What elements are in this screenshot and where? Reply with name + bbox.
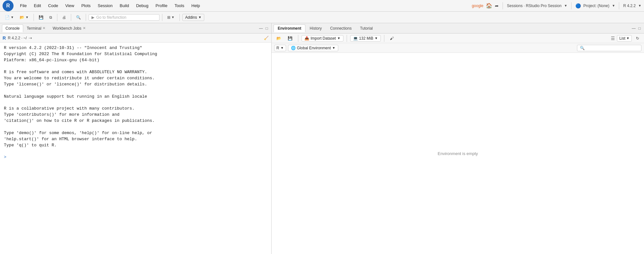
clear-console-icon[interactable]: 🧹	[264, 36, 269, 40]
console-line-11: R is a collaborative project with many c…	[4, 106, 267, 112]
main-toolbar: 📄 ▼ 📂 ▼ 💾 ⧉ 🖨 🔍 ▶ Go to file/function ⊞ …	[0, 12, 644, 23]
refresh-icon: ↻	[636, 36, 639, 41]
maximize-right-button[interactable]: □	[637, 26, 642, 31]
refresh-button[interactable]: ↻	[634, 35, 641, 42]
minimize-right-button[interactable]: —	[631, 26, 636, 31]
globe-icon: 🌐	[291, 46, 296, 50]
toolbar-divider-6	[179, 14, 180, 21]
import-dataset-icon: 📥	[304, 36, 309, 41]
console-line-8	[4, 88, 267, 94]
tab-terminal[interactable]: Terminal ✕	[23, 24, 49, 32]
tab-connections[interactable]: Connections	[326, 24, 356, 32]
load-workspace-button[interactable]: 📂	[274, 35, 284, 42]
menu-edit[interactable]: Edit	[31, 2, 44, 9]
menu-file[interactable]: File	[17, 2, 30, 9]
env-empty-message: Environment is empty	[438, 151, 478, 156]
tab-connections-label: Connections	[330, 26, 352, 31]
tab-environment-label: Environment	[278, 26, 301, 31]
console-line-10	[4, 100, 267, 106]
tab-terminal-close[interactable]: ✕	[43, 26, 45, 30]
console-version-path: R 4.2.2 · ~/	[8, 36, 27, 40]
r-lang-chevron: ▼	[281, 46, 284, 50]
right-toolbar-div2	[347, 35, 347, 42]
menu-plots[interactable]: Plots	[78, 2, 94, 9]
tab-tutorial-label: Tutorial	[360, 26, 373, 31]
goto-file-function[interactable]: ▶ Go to file/function	[89, 14, 159, 21]
sessions-label[interactable]: Sessions · RStudio Pro Session	[507, 4, 561, 8]
sessions-chevron[interactable]: ▼	[564, 4, 567, 7]
right-tab-bar: Environment History Connections Tutorial…	[272, 23, 644, 34]
console-line-18	[4, 148, 267, 154]
tab-tutorial[interactable]: Tutorial	[356, 24, 377, 32]
menu-help[interactable]: Help	[188, 2, 203, 9]
save-icon: 💾	[39, 15, 43, 20]
console-content[interactable]: R version 4.2.2 (2022-10-31) -- "Innocen…	[0, 43, 271, 254]
load-workspace-icon: 📂	[276, 36, 281, 41]
import-dataset-chevron: ▼	[337, 36, 341, 40]
find-button[interactable]: 🔍	[74, 14, 83, 21]
addins-button[interactable]: Addins ▼	[182, 14, 205, 21]
menu-view[interactable]: View	[62, 2, 77, 9]
menu-profile[interactable]: Profile	[152, 2, 171, 9]
memory-label: 132 MiB	[359, 36, 373, 41]
right-panel: Environment History Connections Tutorial…	[272, 23, 644, 254]
main-area: Console Terminal ✕ Workbench Jobs ✕ — □ …	[0, 23, 644, 254]
menubar-right: google 🏠 ➦ Sessions · RStudio Pro Sessio…	[472, 2, 641, 9]
console-prompt-line[interactable]: >	[4, 154, 267, 161]
goto-placeholder-text: Go to file/function	[96, 15, 126, 20]
project-chevron[interactable]: ▼	[612, 4, 615, 7]
grid-view-button[interactable]: ⊞ ▼	[165, 14, 177, 21]
menu-build[interactable]: Build	[117, 2, 132, 9]
brush-button[interactable]: 🖌	[388, 35, 396, 42]
console-line-4	[4, 64, 267, 70]
r-version-label[interactable]: R 4.2.2	[623, 4, 636, 8]
console-line-5: R is free software and comes with ABSOLU…	[4, 69, 267, 75]
maximize-left-button[interactable]: □	[264, 26, 269, 31]
list-label: List	[619, 36, 625, 41]
print-button[interactable]: 🖨	[60, 14, 68, 21]
tab-workbench-close[interactable]: ✕	[83, 26, 86, 30]
console-cursor	[9, 155, 12, 160]
tab-environment[interactable]: Environment	[274, 24, 305, 32]
save-button[interactable]: 💾	[36, 14, 46, 21]
menu-tools[interactable]: Tools	[171, 2, 187, 9]
console-line-12: Type 'contributors()' for more informati…	[4, 112, 267, 118]
console-line-17: Type 'q()' to quit R.	[4, 142, 267, 149]
toolbar-divider-3	[71, 14, 71, 21]
new-file-button[interactable]: 📄 ▼	[3, 14, 16, 21]
tab-workbench-label: Workbench Jobs	[53, 26, 81, 31]
global-env-button[interactable]: 🌐 Global Environment ▼	[288, 45, 338, 51]
save-all-button[interactable]: ⧉	[47, 14, 54, 21]
console-line-1: R version 4.2.2 (2022-10-31) -- "Innocen…	[4, 45, 267, 51]
menu-session[interactable]: Session	[94, 2, 116, 9]
menu-items: File Edit Code View Plots Session Build …	[17, 2, 472, 9]
left-panel-controls: — □	[258, 26, 269, 31]
tab-history[interactable]: History	[305, 24, 326, 32]
r-version-chevron[interactable]: ▼	[638, 4, 641, 7]
menu-code[interactable]: Code	[45, 2, 61, 9]
share-icon: ➦	[495, 3, 499, 8]
console-header: R R 4.2.2 · ~/ ⇢ 🧹	[0, 34, 271, 43]
r-language-selector[interactable]: R ▼	[274, 45, 286, 51]
env-search-input[interactable]	[577, 45, 641, 51]
console-line-6: You are welcome to redistribute it under…	[4, 75, 267, 82]
menu-debug[interactable]: Debug	[133, 2, 151, 9]
memory-chevron: ▼	[375, 36, 378, 40]
google-label: google	[472, 4, 483, 8]
list-button[interactable]: List ▼	[617, 35, 632, 42]
tab-console[interactable]: Console	[2, 24, 23, 32]
right-toolbar-right: ☰ List ▼ ↻	[611, 35, 641, 42]
project-label[interactable]: Project: (None)	[583, 4, 610, 8]
save-all-icon: ⧉	[49, 15, 52, 20]
env-content: Environment is empty	[272, 53, 644, 254]
env-row: R ▼ 🌐 Global Environment ▼	[272, 43, 644, 53]
memory-usage-button[interactable]: 💻 132 MiB ▼	[350, 35, 381, 42]
save-workspace-button[interactable]: 💾	[285, 35, 295, 42]
save-workspace-icon: 💾	[288, 36, 293, 41]
open-file-button[interactable]: 📂 ▼	[17, 14, 31, 21]
tab-workbench[interactable]: Workbench Jobs ✕	[49, 24, 89, 32]
minimize-left-button[interactable]: —	[258, 26, 264, 31]
import-dataset-label: Import Dataset	[311, 36, 336, 41]
addins-label: Addins	[185, 15, 197, 20]
import-dataset-button[interactable]: 📥 Import Dataset ▼	[302, 35, 343, 42]
